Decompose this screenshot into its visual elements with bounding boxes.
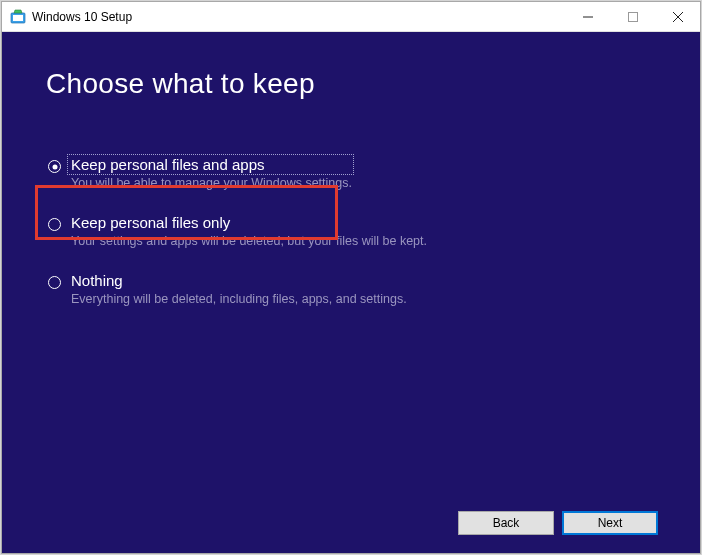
setup-icon — [10, 9, 26, 25]
option-label: Keep personal files only — [71, 214, 427, 231]
radio-icon — [48, 160, 61, 173]
svg-rect-1 — [13, 15, 23, 21]
titlebar: Windows 10 Setup — [2, 2, 700, 32]
setup-window: Windows 10 Setup Choose what to keep Kee… — [1, 1, 701, 554]
option-text: Keep personal files and apps You will be… — [71, 156, 352, 190]
option-description: You will be able to manage your Windows … — [71, 176, 352, 190]
option-text: Keep personal files only Your settings a… — [71, 214, 427, 248]
option-text: Nothing Everything will be deleted, incl… — [71, 272, 407, 306]
radio-icon — [48, 218, 61, 231]
minimize-button[interactable] — [565, 2, 610, 31]
radio-icon — [48, 276, 61, 289]
options-group: Keep personal files and apps You will be… — [46, 152, 656, 310]
option-description: Your settings and apps will be deleted, … — [71, 234, 427, 248]
option-label: Keep personal files and apps — [69, 156, 352, 173]
svg-rect-3 — [628, 12, 637, 21]
option-label: Nothing — [71, 272, 407, 289]
option-keep-files-only[interactable]: Keep personal files only Your settings a… — [46, 210, 656, 252]
option-description: Everything will be deleted, including fi… — [71, 292, 407, 306]
page-title: Choose what to keep — [46, 68, 656, 100]
back-button[interactable]: Back — [458, 511, 554, 535]
close-button[interactable] — [655, 2, 700, 31]
option-nothing[interactable]: Nothing Everything will be deleted, incl… — [46, 268, 656, 310]
option-keep-files-apps[interactable]: Keep personal files and apps You will be… — [46, 152, 656, 194]
window-controls — [565, 2, 700, 31]
next-button[interactable]: Next — [562, 511, 658, 535]
window-title: Windows 10 Setup — [32, 10, 565, 24]
footer-buttons: Back Next — [458, 511, 658, 535]
content-area: Choose what to keep Keep personal files … — [2, 32, 700, 553]
maximize-button[interactable] — [610, 2, 655, 31]
